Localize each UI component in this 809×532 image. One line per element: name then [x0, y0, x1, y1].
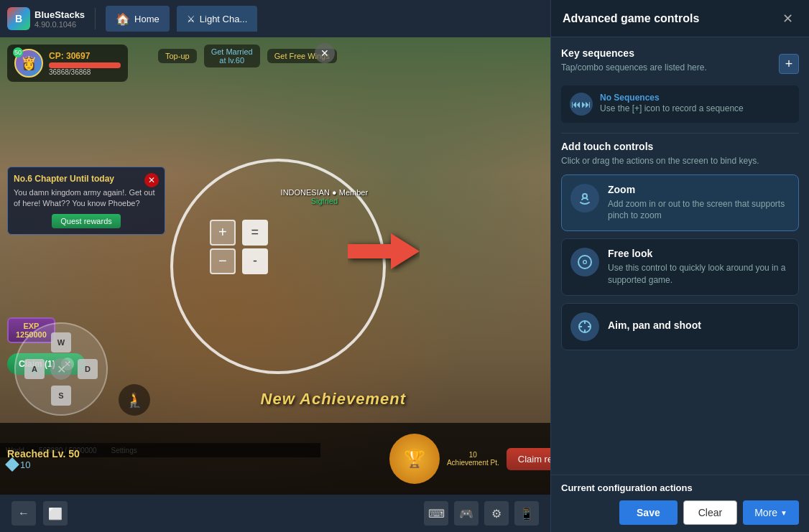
quest-close-btn[interactable]: ✕	[144, 173, 159, 187]
aim-icon	[570, 312, 599, 341]
dpad-w[interactable]: W	[51, 332, 71, 353]
no-sequence-box: ⏮⏭ No Sequences Use the [+] icon to reco…	[561, 85, 799, 123]
no-seq-text: Use the [+] icon to record a sequence	[600, 103, 744, 115]
more-button[interactable]: More ▼	[743, 500, 799, 525]
free-look-card[interactable]: Free look Use this control to quickly lo…	[561, 238, 799, 296]
pts-value: 10	[469, 451, 477, 459]
quest-rewards-btn[interactable]: Quest rewards	[52, 214, 121, 228]
divider	[95, 8, 96, 29]
back-btn[interactable]: ←	[11, 501, 36, 526]
zoom-equal-btn[interactable]: =	[242, 220, 268, 246]
game-area: 50 👸 CP: 30697 36868/36868 Top-up Get Ma…	[0, 37, 579, 495]
quest-title: No.6 Chapter Until today	[14, 174, 114, 184]
add-touch-desc: Click or drag the actions on the screen …	[561, 155, 799, 167]
aim-pan-title: Aim, pan and shoot	[608, 319, 701, 331]
no-seq-link[interactable]: No Sequences	[600, 93, 744, 103]
dpad-center: ✕	[50, 358, 72, 380]
free-look-info: Free look Use this control to quickly lo…	[608, 248, 790, 286]
achievement-banner: New Achievement	[261, 390, 406, 409]
hp-bar	[49, 62, 121, 68]
home-tab[interactable]: 🏠 Home	[106, 6, 170, 32]
game-tab[interactable]: ⚔ Light Cha...	[177, 6, 258, 32]
aim-pan-card[interactable]: Aim, pan and shoot	[561, 303, 799, 350]
save-button[interactable]: Save	[619, 500, 678, 525]
crouch-icon[interactable]: 🧎	[119, 384, 150, 416]
hp-value: 36868/36868	[49, 68, 121, 76]
achievement-badge: 🏆	[389, 434, 440, 484]
quest-panel: No.6 Chapter Until today ✕ You damn king…	[7, 167, 165, 235]
home-label: Home	[134, 14, 160, 24]
key-seq-title: Key sequences	[561, 47, 707, 59]
home-icon: 🏠	[116, 12, 130, 26]
dpad-a[interactable]: A	[24, 359, 45, 379]
config-actions-title: Current configuration actions	[561, 482, 799, 493]
chevron-down-icon: ▼	[780, 509, 787, 517]
panel-close-btn[interactable]: ✕	[777, 9, 798, 29]
level-badge: 50	[13, 47, 23, 57]
settings-btn[interactable]: ⚙	[484, 501, 509, 526]
reward-bar: Reached Lv. 50 10 🏆 10 Achievement Pt. C…	[0, 423, 579, 495]
dpad-s[interactable]: S	[51, 386, 71, 406]
svg-point-4	[584, 261, 586, 263]
dpad-d[interactable]: D	[78, 359, 98, 379]
game-close-btn[interactable]: ✕	[315, 43, 335, 63]
achievement-level: Reached Lv. 50	[7, 448, 382, 459]
gamepad-btn[interactable]: 🎮	[454, 501, 479, 526]
zoom-card-desc: Add zoom in or out to the screen that su…	[608, 198, 790, 223]
bottom-bar: ← ⬜ ⌨ 🎮 ⚙ 📱	[0, 495, 550, 532]
player-name-tag: INDONESIAN ● Member Sigfried	[281, 188, 369, 205]
player-char-name: Sigfried	[281, 197, 369, 205]
diamond-icon	[5, 457, 19, 472]
diamond-reward: 10	[7, 459, 382, 470]
free-look-title: Free look	[608, 248, 790, 259]
panel-header: Advanced game controls ✕	[551, 0, 809, 37]
svg-point-1	[583, 194, 587, 198]
home-btn[interactable]: ⬜	[43, 501, 68, 526]
get-married-btn[interactable]: Get Marriedat lv.60	[204, 45, 260, 67]
app-name: BlueStacks	[34, 9, 85, 20]
key-seq-header: Key sequences Tap/combo sequences are li…	[561, 47, 799, 81]
bottom-left-controls: ← ⬜	[11, 501, 68, 526]
key-seq-desc: Tap/combo sequences are listed here.	[561, 62, 707, 74]
app-logo: B BlueStacks 4.90.0.1046	[7, 7, 85, 30]
zoom-plus-btn[interactable]: +	[210, 220, 236, 246]
add-touch-title: Add touch controls	[561, 141, 799, 152]
zoom-card-icon	[570, 184, 599, 213]
player-name: INDONESIAN ● Member	[281, 188, 369, 197]
seq-info: No Sequences Use the [+] icon to record …	[600, 93, 744, 115]
separator-1	[561, 133, 799, 134]
pts-label: Achievement Pt.	[447, 459, 499, 467]
player-cp: CP: 30697	[49, 51, 121, 61]
right-panel: Advanced game controls ✕ Key sequences T…	[550, 0, 809, 532]
zoom-card[interactable]: Zoom Add zoom in or out to the screen th…	[561, 174, 799, 232]
reward-info: Reached Lv. 50 10	[7, 448, 382, 470]
dpad[interactable]: W A S D ✕	[14, 322, 108, 416]
free-look-icon	[570, 248, 599, 276]
zoom-card-info: Zoom Add zoom in or out to the screen th…	[608, 184, 790, 223]
bottom-right-controls: ⌨ 🎮 ⚙ 📱	[424, 501, 539, 526]
bluestacks-icon: B	[7, 7, 30, 30]
phone-btn[interactable]: 📱	[514, 501, 539, 526]
free-look-desc: Use this control to quickly look around …	[608, 262, 790, 286]
app-version: 4.90.0.1046	[34, 20, 85, 29]
action-buttons: Save Clear More ▼	[561, 500, 799, 525]
game-tab-icon: ⚔	[187, 14, 195, 24]
zoom-minus-btn[interactable]: −	[210, 248, 236, 274]
more-label: More	[754, 507, 777, 518]
svg-marker-0	[348, 233, 420, 269]
clear-button[interactable]: Clear	[683, 500, 737, 525]
top-up-btn[interactable]: Top-up	[158, 49, 197, 63]
game-tab-label: Light Cha...	[200, 14, 248, 24]
panel-content: Key sequences Tap/combo sequences are li…	[551, 37, 809, 475]
panel-bottom: Current configuration actions Save Clear…	[551, 475, 809, 532]
add-sequence-btn[interactable]: +	[779, 54, 799, 74]
dpad-outer: W A S D ✕	[14, 322, 108, 416]
zoom-card-title: Zoom	[608, 184, 790, 195]
diamond-count: 10	[20, 459, 30, 470]
zoom-minus2-btn[interactable]: -	[242, 248, 268, 274]
keyboard-btn[interactable]: ⌨	[424, 501, 448, 526]
sequence-icon: ⏮⏭	[570, 93, 593, 116]
hp-bar-fill	[49, 62, 121, 68]
panel-title: Advanced game controls	[563, 12, 699, 25]
achievement-pts: 10 Achievement Pt.	[447, 451, 499, 467]
